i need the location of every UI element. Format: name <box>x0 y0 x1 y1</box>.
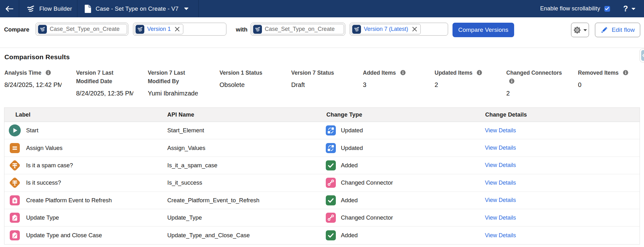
summary-item: Analysis Time 8/24/2025, 12:42 PM <box>4 69 62 97</box>
remove-version-2-icon[interactable] <box>412 26 418 32</box>
flow-builder-logo-icon <box>26 4 35 13</box>
scrollability-checkbox[interactable] <box>604 6 610 12</box>
summary-item: Added Items 3 <box>363 69 420 97</box>
flow-combobox-1[interactable]: Case_Set_Type_on_Create <box>36 23 128 36</box>
view-details-link[interactable]: View Details <box>485 215 516 221</box>
summary-label: Changed Connectors <box>506 69 564 86</box>
api-name-cell: Is_it_a_spam_case <box>163 162 322 169</box>
label-cell: Start <box>4 124 163 136</box>
api-name-cell: Assign_Values <box>163 145 322 152</box>
updated-change-icon <box>326 125 336 135</box>
version-pill-1: Version 1 <box>134 24 183 34</box>
table-row: Assign Values Assign_Values Updated View… <box>4 139 640 157</box>
summary-value: 2 <box>435 81 492 89</box>
summary-item: Version 7 StatusDraft <box>291 69 348 97</box>
change-type-cell: Updated <box>322 125 481 135</box>
view-details-link[interactable]: View Details <box>485 197 516 203</box>
navbar-spacer <box>199 0 540 17</box>
element-label: Is it a spam case? <box>26 162 73 169</box>
api-name-cell: Create_Platform_Event_to_Refresh <box>163 197 322 204</box>
table-row: Is it success? Is_it_success Changed Con… <box>4 174 640 192</box>
version-pill-1-label: Version 1 <box>147 26 171 32</box>
navbar: Flow Builder Case - Set Type on Create -… <box>0 0 644 17</box>
version-combobox-2[interactable]: Version 7 (Latest) <box>350 23 448 36</box>
element-label: Create Platform Event to Refresh <box>26 197 112 204</box>
info-icon[interactable] <box>46 70 51 75</box>
table-row: Create Platform Event to Refresh Create_… <box>4 192 640 209</box>
added-change-icon <box>326 230 336 240</box>
edit-flow-label: Edit flow <box>612 26 635 33</box>
info-icon[interactable] <box>509 78 514 84</box>
info-icon[interactable] <box>477 70 482 75</box>
label-cell: Update Type <box>4 213 163 223</box>
start-icon <box>8 124 21 136</box>
added-change-icon <box>326 160 336 170</box>
change-details-cell: View Details <box>481 232 640 239</box>
summary-value: 8/24/2025, 12:35 PM <box>76 89 133 97</box>
version-pill-2-label: Version 7 (Latest) <box>364 26 408 32</box>
change-type-label: Changed Connector <box>341 179 393 186</box>
scrollability-label: Enable flow scrollability <box>540 5 600 12</box>
flow-title: Case - Set Type on Create - V7 <box>96 5 179 12</box>
chevron-down-icon <box>184 7 189 10</box>
navbar-right: Enable flow scrollability ? <box>540 0 644 17</box>
flow-icon <box>136 25 144 34</box>
summary-item: Updated Items 2 <box>435 69 492 97</box>
back-button[interactable] <box>0 0 19 17</box>
api-name-cell: Update_Type <box>163 214 322 221</box>
assignment-icon <box>8 143 21 153</box>
info-icon[interactable] <box>400 70 406 75</box>
element-label: Assign Values <box>26 145 63 152</box>
view-details-link[interactable]: View Details <box>485 232 516 238</box>
help-chevron-down-icon[interactable] <box>631 8 636 10</box>
summary-label: Analysis Time <box>4 69 62 77</box>
label-cell: Assign Values <box>4 143 163 153</box>
help-button[interactable]: ? <box>623 4 628 13</box>
view-details-link[interactable]: View Details <box>485 145 516 151</box>
summary-value: Yumi Ibrahimzade <box>148 89 205 97</box>
summary-item: Version 7 Last Modified Date8/24/2025, 1… <box>76 69 133 97</box>
summary-value: 3 <box>363 81 420 89</box>
added-change-icon <box>326 195 336 205</box>
label-cell: Is it success? <box>4 176 163 189</box>
version-pill-2: Version 7 (Latest) <box>351 24 421 34</box>
change-type-label: Updated <box>341 145 363 152</box>
element-label: Update Type and Close Case <box>26 232 102 239</box>
summary-label: Version 7 Last Modified By <box>148 69 205 86</box>
chevron-left-icon <box>641 50 644 61</box>
view-details-link[interactable]: View Details <box>485 162 516 168</box>
gear-chevron-down-icon <box>583 29 587 31</box>
compare-versions-button[interactable]: Compare Versions <box>452 23 514 37</box>
edit-flow-button[interactable]: Edit flow <box>595 23 640 37</box>
collapse-panel-button[interactable] <box>640 49 644 62</box>
back-arrow-icon <box>5 5 14 13</box>
column-header: Change Details <box>481 112 640 118</box>
table-header: LabelAPI NameChange TypeChange Details <box>4 108 640 122</box>
flow-icon <box>253 25 262 34</box>
decision-icon <box>8 159 21 172</box>
summary-value: 8/24/2025, 12:42 PM <box>4 81 62 89</box>
column-header: API Name <box>163 112 322 118</box>
version-combobox-1[interactable]: Version 1 <box>133 23 226 36</box>
comparison-results-title: Comparison Results <box>4 53 70 61</box>
record-update-icon <box>8 213 21 223</box>
view-details-link[interactable]: View Details <box>485 180 516 186</box>
change-type-cell: Changed Connector <box>322 213 481 223</box>
remove-version-1-icon[interactable] <box>174 26 180 32</box>
change-details-cell: View Details <box>481 197 640 204</box>
change-type-label: Changed Connector <box>341 214 393 221</box>
summary-value: Draft <box>291 81 348 89</box>
app-header: Flow Builder <box>19 0 77 17</box>
flow-combobox-2[interactable]: Case_Set_Type_on_Create <box>251 23 345 36</box>
table-row: Is it a spam case? Is_it_a_spam_case Add… <box>4 157 640 174</box>
info-icon[interactable] <box>623 70 628 75</box>
summary-value: 0 <box>578 81 635 89</box>
change-type-label: Added <box>341 197 358 204</box>
updated-change-icon <box>326 143 336 153</box>
settings-menu-button[interactable] <box>571 23 589 37</box>
view-details-link[interactable]: View Details <box>485 127 516 134</box>
connector-change-icon <box>326 213 336 223</box>
api-name-cell: Is_it_success <box>163 179 322 186</box>
flow-title-menu[interactable]: Case - Set Type on Create - V7 <box>77 0 199 17</box>
label-cell: Update Type and Close Case <box>4 230 163 240</box>
